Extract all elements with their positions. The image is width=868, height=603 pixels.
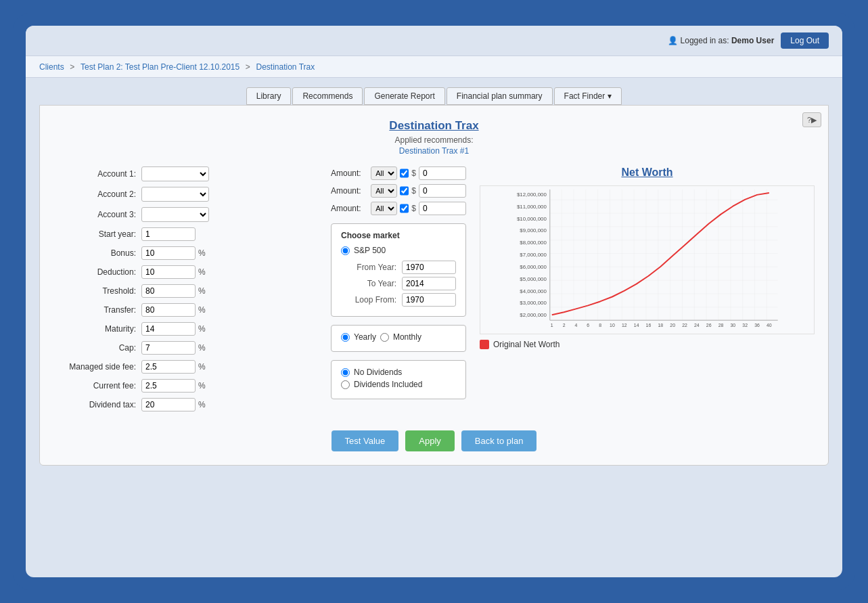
start-year-input[interactable]: 1: [141, 227, 196, 241]
to-year-label: To Year:: [341, 279, 402, 288]
transfer-group: Transfer: 80 %: [53, 303, 317, 317]
bonus-group: Bonus: 10 %: [53, 246, 317, 260]
applied-text: Applied recommends:: [53, 135, 815, 145]
breadcrumb-current: Destination Trax: [256, 62, 315, 72]
dividend-radio-no[interactable]: [341, 368, 350, 377]
account2-group: Account 2:: [53, 187, 317, 202]
breadcrumb-plan[interactable]: Test Plan 2: Test Plan Pre-Client 12.10.…: [81, 62, 239, 72]
treshold-group: Treshold: 80 %: [53, 284, 317, 298]
from-year-row: From Year: 1970: [341, 261, 456, 274]
treshold-label: Treshold:: [53, 286, 141, 296]
start-year-group: Start year: 1: [53, 227, 317, 241]
amount-select-1[interactable]: All: [371, 166, 397, 180]
svg-text:$12,000,000: $12,000,000: [517, 192, 547, 198]
svg-text:$9,000,000: $9,000,000: [520, 227, 547, 233]
dividend-no-label: No Dividends: [354, 367, 402, 377]
amount-label-3: Amount:: [331, 204, 368, 213]
amount-check-3[interactable]: [400, 204, 409, 213]
amount-input-1[interactable]: [419, 166, 466, 180]
svg-text:2: 2: [563, 323, 566, 328]
market-radio-sp500[interactable]: [341, 246, 350, 255]
tab-financial-plan-summary[interactable]: Financial plan summary: [447, 87, 553, 105]
amount-select-2[interactable]: All: [371, 184, 397, 198]
dividend-radio-group-2: Dividends Included: [341, 380, 456, 389]
breadcrumb-clients[interactable]: Clients: [39, 62, 64, 72]
tab-generate-report[interactable]: Generate Report: [364, 87, 444, 105]
two-col: Account 1: Account 2: Account 3: Start y…: [53, 166, 815, 417]
amount-input-2[interactable]: [419, 184, 466, 198]
legend-color-box: [480, 340, 489, 349]
svg-text:4: 4: [575, 323, 578, 328]
back-to-plan-button[interactable]: Back to plan: [461, 430, 537, 451]
outer-frame: 👤 Logged in as: Demo User Log Out Client…: [14, 14, 854, 589]
transfer-pct: %: [198, 305, 206, 315]
treshold-input[interactable]: 80: [141, 284, 196, 298]
logged-in-text: 👤 Logged in as: Demo User: [668, 36, 774, 45]
transfer-input[interactable]: 80: [141, 303, 196, 317]
chart-panel: Net Worth: [480, 166, 815, 407]
svg-text:40: 40: [767, 323, 772, 328]
cap-input[interactable]: 7: [141, 341, 196, 355]
svg-text:16: 16: [646, 323, 652, 328]
loop-year-label: Loop From:: [341, 295, 402, 305]
current-fee-label: Current fee:: [53, 381, 141, 390]
deduction-group: Deduction: 10 %: [53, 265, 317, 279]
account1-group: Account 1:: [53, 166, 317, 181]
account3-group: Account 3:: [53, 207, 317, 222]
bonus-input[interactable]: 10: [141, 246, 196, 260]
period-radio-monthly[interactable]: [380, 333, 389, 342]
dollar-label-1: $: [411, 169, 416, 178]
destination-link[interactable]: Destination Trax #1: [53, 146, 815, 156]
dividend-radio-included[interactable]: [341, 380, 350, 389]
svg-text:$8,000,000: $8,000,000: [520, 240, 547, 246]
inner-bg: 👤 Logged in as: Demo User Log Out Client…: [26, 26, 842, 577]
amount-check-1[interactable]: [400, 169, 409, 178]
loop-year-row: Loop From: 1970: [341, 293, 456, 307]
amount-row-2: Amount: All $: [331, 184, 466, 198]
from-year-input[interactable]: 1970: [402, 261, 456, 274]
middle-panel: Amount: All $ Amount: All $: [331, 166, 466, 407]
period-radio-yearly[interactable]: [341, 333, 350, 342]
deduction-input[interactable]: 10: [141, 265, 196, 279]
period-radio-group: Yearly Monthly: [341, 332, 456, 342]
svg-text:$3,000,000: $3,000,000: [520, 300, 547, 306]
maturity-input[interactable]: 14: [141, 322, 196, 336]
account2-label: Account 2:: [53, 189, 141, 199]
svg-text:8: 8: [599, 323, 601, 328]
dividend-tax-input[interactable]: 20: [141, 398, 196, 411]
maturity-label: Maturity:: [53, 324, 141, 334]
deduction-label: Deduction:: [53, 267, 141, 277]
logout-button[interactable]: Log Out: [781, 32, 829, 49]
svg-rect-0: [550, 189, 778, 320]
svg-text:$6,000,000: $6,000,000: [520, 264, 547, 270]
amount-label-1: Amount:: [331, 169, 368, 178]
amount-select-3[interactable]: All: [371, 202, 397, 215]
bonus-pct: %: [198, 248, 206, 258]
maturity-pct: %: [198, 324, 206, 334]
from-year-label: From Year:: [341, 263, 402, 272]
page-title: Destination Trax: [53, 119, 815, 133]
amount-check-2[interactable]: [400, 186, 409, 196]
dollar-label-3: $: [411, 204, 416, 213]
amount-input-3[interactable]: [419, 202, 466, 215]
current-fee-input[interactable]: 2.5: [141, 379, 196, 393]
period-box: Yearly Monthly: [331, 325, 466, 352]
help-icon[interactable]: ?▶: [802, 112, 821, 127]
svg-text:32: 32: [742, 323, 748, 328]
svg-text:$10,000,000: $10,000,000: [517, 216, 547, 222]
svg-text:26: 26: [706, 323, 712, 328]
year-section: From Year: 1970 To Year: 2014 Loop From:: [341, 261, 456, 307]
cap-pct: %: [198, 343, 206, 353]
test-value-button[interactable]: Test Value: [332, 430, 399, 451]
tab-fact-finder[interactable]: Fact Finder ▾: [554, 87, 622, 105]
apply-button[interactable]: Apply: [405, 430, 455, 451]
market-radio-label-sp500: S&P 500: [354, 246, 386, 255]
tab-library[interactable]: Library: [246, 87, 292, 105]
managed-fee-input[interactable]: 2.5: [141, 360, 196, 374]
account1-select[interactable]: [141, 166, 209, 181]
loop-year-input[interactable]: 1970: [402, 293, 456, 307]
account3-select[interactable]: [141, 207, 209, 222]
account2-select[interactable]: [141, 187, 209, 202]
to-year-input[interactable]: 2014: [402, 277, 456, 290]
tab-recommends[interactable]: Recommends: [292, 87, 363, 105]
